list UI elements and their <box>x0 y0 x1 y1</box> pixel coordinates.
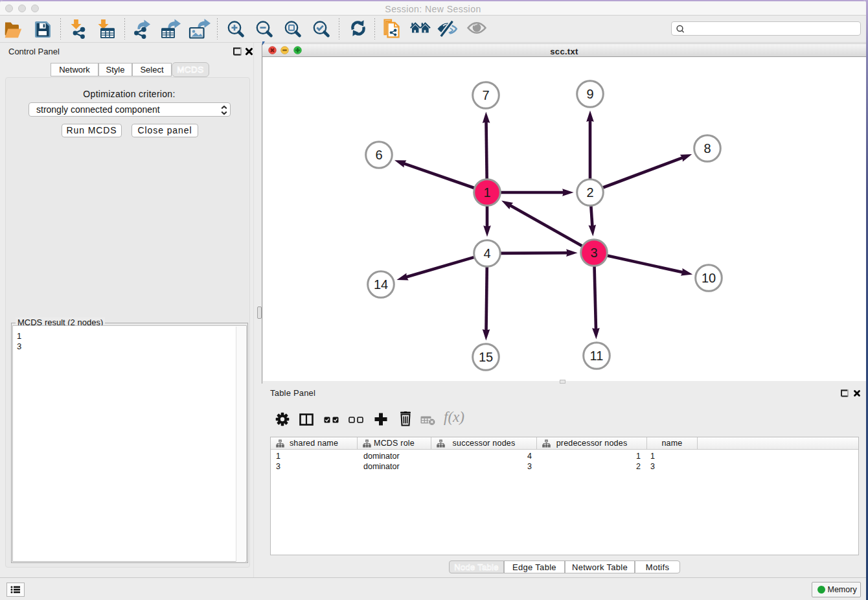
svg-text:4: 4 <box>483 246 490 260</box>
svg-text:Memory: Memory <box>828 585 858 594</box>
svg-text:7: 7 <box>482 88 489 102</box>
svg-text:10: 10 <box>702 271 716 285</box>
svg-text:11: 11 <box>590 349 604 363</box>
svg-text:14: 14 <box>374 277 388 292</box>
svg-text:2: 2 <box>586 185 593 200</box>
svg-text:15: 15 <box>479 350 493 364</box>
svg-text:3: 3 <box>590 246 597 260</box>
svg-text:8: 8 <box>703 141 711 156</box>
svg-text:9: 9 <box>586 87 593 101</box>
svg-text:6: 6 <box>375 148 382 162</box>
svg-text:1: 1 <box>483 185 490 200</box>
